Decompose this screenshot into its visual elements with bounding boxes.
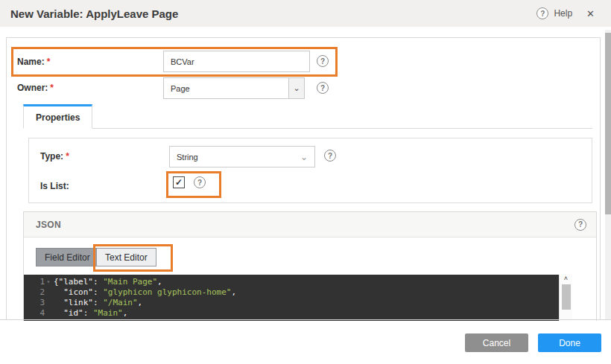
required-asterisk: * [47, 57, 51, 67]
fold-spacer [45, 287, 52, 298]
json-code-lines[interactable]: 1▾{"label": "Main Page",2 "icon": "glyph… [24, 275, 559, 321]
editor-scrollbar-thumb[interactable] [562, 284, 571, 310]
fold-spacer [45, 308, 52, 319]
fold-spacer [45, 298, 52, 308]
type-select[interactable]: String ⌄ [169, 146, 315, 167]
body-footer-divider [0, 319, 611, 320]
code-text: "icon": "glyphicon glyphicon-home", [52, 287, 236, 298]
dialog-scrollbar-thumb[interactable] [605, 33, 611, 214]
line-number: 3 [24, 298, 45, 308]
check-icon: ✓ [175, 177, 183, 188]
code-text: "id": "Main", [52, 308, 127, 319]
header-actions: ? Help ✕ [536, 0, 595, 27]
dialog-title: New Variable: ApplyLeave Page [10, 7, 178, 20]
close-icon[interactable]: ✕ [586, 8, 595, 19]
variable-form-panel: Name:* ? Owner:* Page ⌄ ? Properties Typ… [6, 37, 601, 320]
type-help-icon[interactable]: ? [324, 150, 336, 162]
cancel-button[interactable]: Cancel [465, 333, 528, 352]
owner-help-icon[interactable]: ? [317, 82, 329, 94]
text-editor-button[interactable]: Text Editor [96, 248, 156, 266]
json-code-editor[interactable]: 1▾{"label": "Main Page",2 "icon": "glyph… [24, 275, 572, 321]
properties-panel: Type:* String ⌄ ? Is List: ✓ ? [28, 138, 592, 203]
json-section: JSON ? Field Editor Text Editor 1▾{"labe… [23, 211, 597, 321]
code-line[interactable]: 1▾{"label": "Main Page", [24, 277, 559, 287]
scroll-up-icon[interactable]: ˄ [560, 275, 572, 282]
line-number: 2 [24, 287, 45, 298]
json-section-title: JSON [36, 220, 61, 230]
field-editor-button[interactable]: Field Editor [36, 248, 99, 266]
editor-scrollbar[interactable]: ˄ [559, 275, 572, 321]
tab-label: Properties [36, 112, 80, 123]
name-label: Name:* [17, 57, 50, 67]
chevron-down-icon[interactable]: ⌄ [288, 78, 304, 98]
is-list-checkbox[interactable]: ✓ [173, 176, 185, 188]
required-asterisk: * [66, 151, 69, 162]
json-help-icon[interactable]: ? [574, 219, 586, 231]
dialog-header: New Variable: ApplyLeave Page ? Help ✕ [0, 0, 611, 27]
json-section-header: JSON ? [24, 212, 596, 237]
code-line[interactable]: 2 "icon": "glyphicon glyphicon-home", [24, 287, 559, 298]
code-line[interactable]: 3 "link": "/Main", [24, 298, 559, 308]
code-text: "link": "/Main", [52, 298, 142, 308]
dialog-scrollbar[interactable] [605, 30, 611, 319]
owner-select-value: Page [164, 84, 288, 93]
code-line[interactable]: 4 "id": "Main", [24, 308, 559, 319]
line-number: 4 [24, 308, 45, 319]
fold-arrow-icon[interactable]: ▾ [45, 277, 52, 287]
line-number: 1 [24, 277, 45, 287]
is-list-help-icon[interactable]: ? [194, 176, 206, 188]
chevron-down-icon: ⌄ [300, 152, 314, 162]
code-text: {"label": "Main Page", [52, 277, 162, 287]
name-input[interactable] [163, 51, 310, 72]
new-variable-dialog: New Variable: ApplyLeave Page ? Help ✕ N… [0, 0, 611, 364]
name-help-icon[interactable]: ? [317, 55, 329, 67]
is-list-label: Is List: [40, 181, 69, 191]
tab-bar: Properties [23, 106, 592, 129]
owner-select[interactable]: Page ⌄ [163, 77, 305, 99]
done-button[interactable]: Done [538, 333, 601, 352]
help-icon[interactable]: ? [536, 7, 548, 19]
type-label: Type:* [40, 151, 69, 162]
owner-label: Owner:* [17, 83, 54, 93]
type-select-value: String [170, 153, 300, 162]
required-asterisk: * [50, 83, 54, 93]
help-link[interactable]: Help [554, 8, 572, 19]
tab-properties[interactable]: Properties [23, 104, 92, 129]
